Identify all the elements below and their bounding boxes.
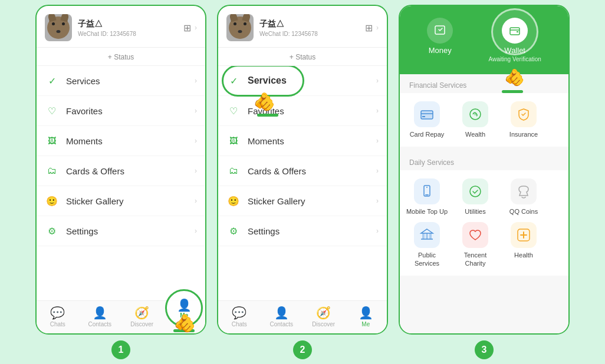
health-label-3: Health bbox=[514, 251, 533, 259]
cards-icon-2: 🗂 bbox=[226, 164, 241, 178]
daily-services-title-3: Daily Services bbox=[400, 151, 568, 170]
status-button-2[interactable]: + Status bbox=[290, 53, 315, 61]
moments-icon-2: 🖼 bbox=[226, 134, 241, 148]
money-tab-3[interactable]: Money bbox=[427, 18, 453, 55]
utilities-item-3[interactable]: Utilities bbox=[454, 178, 497, 216]
svg-rect-2 bbox=[517, 31, 518, 32]
chevron-right-1: › bbox=[195, 24, 197, 32]
menu-item-sticker-2[interactable]: 🙂 Sticker Gallery › bbox=[218, 186, 387, 216]
wallet-tab-3[interactable]: Wallet Awaiting Verification 🫵 bbox=[489, 18, 541, 62]
wealth-icon-3 bbox=[462, 101, 488, 127]
bottom-nav-1: 💬 Chats 👤 Contacts 🧭 Discover 👤 Me bbox=[37, 300, 205, 333]
chevron-right-2: › bbox=[376, 24, 379, 32]
wealth-label-3: Wealth bbox=[465, 130, 485, 138]
public-services-icon-3 bbox=[414, 222, 440, 248]
menu-item-moments-2[interactable]: 🖼 Moments › bbox=[218, 126, 387, 156]
profile-info-1: 子益△ WeChat ID: 12345678 bbox=[78, 19, 177, 37]
chats-icon-2: 💬 bbox=[232, 306, 246, 320]
profile-header-1: 子益△ WeChat ID: 12345678 ⊞ › bbox=[37, 6, 205, 48]
discover-icon-2: 🧭 bbox=[316, 306, 331, 320]
status-bar-2[interactable]: + Status bbox=[218, 48, 387, 66]
moments-arrow-2: › bbox=[376, 137, 379, 145]
profile-info-2: 子益△ WeChat ID: 12345678 bbox=[259, 19, 359, 37]
utilities-icon-3 bbox=[462, 178, 488, 204]
favorites-icon-2: ♡ bbox=[226, 104, 241, 118]
profile-id-2: WeChat ID: 12345678 bbox=[259, 31, 359, 37]
utilities-label-3: Utilities bbox=[465, 207, 485, 216]
nav-chats-2[interactable]: 💬 Chats bbox=[218, 306, 261, 327]
nav-discover-2[interactable]: 🧭 Discover bbox=[302, 306, 345, 327]
tencent-charity-item-3[interactable]: Tencent Charity bbox=[454, 222, 497, 268]
menu-item-favorites-1[interactable]: ♡ Favorites › bbox=[37, 96, 205, 126]
menu-item-sticker-1[interactable]: 🙂 Sticker Gallery › bbox=[37, 186, 205, 216]
green-bar-wallet-3 bbox=[502, 90, 523, 93]
step-label-2: 2 bbox=[293, 340, 312, 359]
sticker-arrow-1: › bbox=[195, 197, 197, 205]
mobile-topup-item-3[interactable]: Mobile Top Up bbox=[406, 178, 448, 216]
nav-chats-1[interactable]: 💬 Chats bbox=[37, 306, 79, 327]
menu-item-services-2[interactable]: ✓ Services › 🫵 bbox=[218, 66, 387, 96]
me-label-2: Me bbox=[361, 321, 370, 327]
svg-rect-13 bbox=[426, 233, 428, 239]
menu-item-services-1[interactable]: ✓ Services › bbox=[37, 66, 205, 96]
discover-icon-1: 🧭 bbox=[134, 306, 149, 320]
financial-services-title-3: Financial Services bbox=[400, 74, 568, 93]
nav-me-1[interactable]: 👤 Me 🫵 👤 Me bbox=[163, 306, 206, 327]
cards-label-1: Cards & Offers bbox=[66, 166, 195, 176]
settings-icon-2: ⚙ bbox=[226, 224, 241, 238]
profile-id-1: WeChat ID: 12345678 bbox=[78, 31, 177, 37]
hand-cursor-2: 🫵 bbox=[254, 91, 275, 112]
qq-coins-icon-3 bbox=[511, 178, 537, 204]
financial-services-grid-3: Card Repay Wealth bbox=[400, 93, 568, 147]
menu-item-favorites-2[interactable]: ♡ Favorites › bbox=[218, 96, 387, 126]
services-arrow-1: › bbox=[195, 77, 197, 85]
qq-coins-item-3[interactable]: QQ Coins bbox=[502, 178, 545, 216]
contacts-icon-2: 👤 bbox=[274, 306, 289, 320]
contacts-label-1: Contacts bbox=[88, 321, 111, 327]
svg-rect-5 bbox=[422, 116, 425, 117]
wealth-item-3[interactable]: Wealth bbox=[454, 101, 497, 138]
profile-actions-2: ⊞ › bbox=[365, 22, 379, 34]
status-button-1[interactable]: + Status bbox=[108, 53, 134, 61]
tencent-charity-label-3: Tencent Charity bbox=[454, 251, 497, 268]
phone-screen-2: 子益△ WeChat ID: 12345678 ⊞ › + Status ✓ S… bbox=[217, 5, 388, 335]
svg-point-10 bbox=[426, 187, 428, 188]
qq-coins-label-3: QQ Coins bbox=[509, 207, 538, 216]
health-icon-3 bbox=[511, 222, 537, 248]
card-repay-item-3[interactable]: Card Repay bbox=[406, 101, 448, 138]
sticker-label-1: Sticker Gallery bbox=[66, 196, 195, 206]
svg-rect-1 bbox=[510, 28, 519, 35]
contacts-icon-1: 👤 bbox=[93, 306, 107, 320]
menu-item-moments-1[interactable]: 🖼 Moments › bbox=[37, 126, 205, 156]
nav-contacts-2[interactable]: 👤 Contacts bbox=[261, 306, 303, 327]
health-item-3[interactable]: Health bbox=[502, 222, 545, 268]
menu-item-cards-2[interactable]: 🗂 Cards & Offers › bbox=[218, 156, 387, 186]
settings-arrow-1: › bbox=[195, 227, 197, 235]
chats-label-1: Chats bbox=[50, 321, 65, 327]
nav-contacts-1[interactable]: 👤 Contacts bbox=[79, 306, 121, 327]
menu-list-1: ✓ Services › ♡ Favorites › 🖼 Moments › 🗂… bbox=[37, 66, 205, 300]
public-services-label-3: Public Services bbox=[406, 251, 448, 268]
svg-rect-3 bbox=[421, 111, 433, 119]
moments-arrow-1: › bbox=[195, 137, 197, 145]
me-icon-1: 👤 bbox=[177, 298, 192, 312]
public-services-item-3[interactable]: Public Services bbox=[406, 222, 448, 268]
contacts-label-2: Contacts bbox=[270, 321, 293, 327]
nav-discover-1[interactable]: 🧭 Discover bbox=[121, 306, 163, 327]
menu-item-settings-2[interactable]: ⚙ Settings › bbox=[218, 216, 387, 246]
daily-services-grid-3: Mobile Top Up Utilities bbox=[400, 170, 568, 276]
services-label-2: Services bbox=[248, 75, 376, 86]
step-label-1: 1 bbox=[111, 340, 130, 359]
cards-label-2: Cards & Offers bbox=[248, 166, 376, 176]
insurance-icon-3 bbox=[511, 101, 537, 127]
menu-item-settings-1[interactable]: ⚙ Settings › bbox=[37, 216, 205, 246]
insurance-item-3[interactable]: Insurance bbox=[502, 101, 545, 138]
services-icon-1: ✓ bbox=[45, 74, 59, 88]
svg-rect-12 bbox=[422, 233, 425, 239]
menu-item-cards-1[interactable]: 🗂 Cards & Offers › bbox=[37, 156, 205, 186]
insurance-label-3: Insurance bbox=[509, 130, 538, 138]
card-repay-label-3: Card Repay bbox=[410, 130, 445, 138]
status-bar-1[interactable]: + Status bbox=[37, 48, 205, 66]
wallet-body-3: Financial Services Card Repay bbox=[400, 74, 568, 333]
nav-me-2[interactable]: 👤 Me bbox=[345, 306, 387, 327]
